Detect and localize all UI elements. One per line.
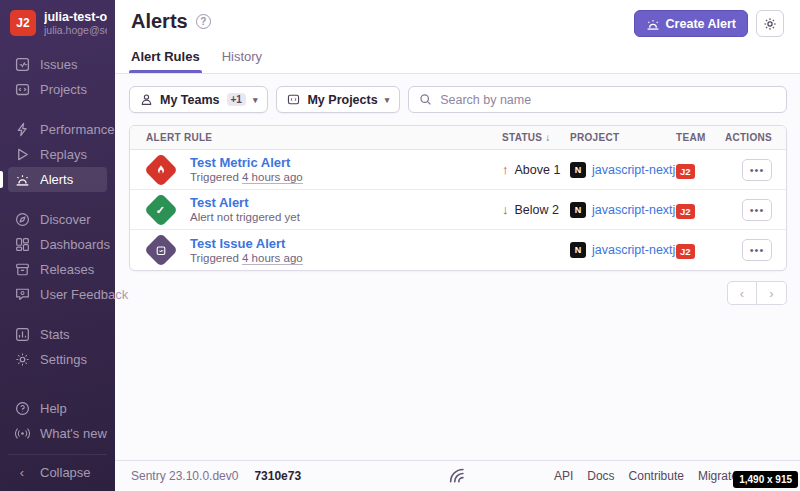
column-status[interactable]: Status↓ [502, 132, 570, 143]
nextjs-platform-icon: N [570, 242, 586, 258]
team-badge: J2 [676, 164, 695, 179]
sidebar-item-label: Help [40, 401, 67, 416]
filter-bar: My Teams +1 ▾ My Projects ▾ [129, 86, 787, 113]
project-link[interactable]: javascript-nextjs [592, 203, 682, 217]
page-header: Alerts ? Create Alert Alert Rules Histor… [115, 0, 800, 74]
footer: Sentry 23.10.0.dev0 7310e73 API Docs Con… [115, 460, 800, 491]
pagination: ‹ › [129, 281, 787, 305]
releases-icon [14, 262, 30, 277]
sidebar-item-label: Issues [40, 57, 78, 72]
org-avatar: J2 [10, 10, 36, 36]
alert-rule-link[interactable]: Test Issue Alert [190, 236, 303, 251]
tab-alert-rules[interactable]: Alert Rules [131, 49, 200, 73]
team-cell: J2 [676, 201, 720, 219]
help-question-icon[interactable]: ? [196, 14, 211, 29]
project-cell: N javascript-nextjs [570, 202, 676, 218]
chevron-down-icon: ▾ [253, 95, 258, 105]
build-sha[interactable]: 7310e73 [254, 469, 301, 483]
table-row: Test Metric Alert Triggered 4 hours ago … [130, 150, 786, 190]
actions-button[interactable]: ••• [742, 199, 772, 221]
sort-descending-icon: ↓ [545, 132, 550, 143]
actions-button[interactable]: ••• [742, 239, 772, 261]
time-ago-link[interactable]: 4 hours ago [242, 171, 303, 184]
main-content: Alerts ? Create Alert Alert Rules Histor… [115, 0, 800, 491]
sidebar-item-dashboards[interactable]: Dashboards [8, 232, 107, 257]
discover-icon [14, 212, 30, 227]
ellipsis-icon: ••• [750, 244, 765, 256]
my-teams-filter[interactable]: My Teams +1 ▾ [129, 86, 268, 113]
search-icon [419, 93, 432, 106]
whats-new-icon [14, 426, 30, 441]
arrow-up-icon: ↑ [502, 162, 509, 177]
sidebar-nav: Issues Projects Performance Replays Aler… [0, 46, 115, 372]
app-window: J2 julia-test-org-2 … julia.hoge@sentry.… [0, 0, 800, 491]
sidebar-item-label: Releases [40, 262, 94, 277]
sidebar-item-releases[interactable]: Releases [8, 257, 107, 282]
sidebar-item-settings[interactable]: Settings [8, 347, 107, 372]
sidebar-item-issues[interactable]: Issues [8, 52, 107, 77]
teams-count-badge: +1 [227, 93, 246, 106]
collapse-label: Collapse [40, 465, 91, 480]
replays-icon [14, 147, 30, 162]
collapse-chevron-icon: ‹ [14, 465, 30, 480]
alert-rule-link[interactable]: Test Metric Alert [190, 155, 303, 170]
status-value: Below 2 [515, 203, 559, 217]
status-value: Above 1 [515, 163, 561, 177]
ellipsis-icon: ••• [750, 204, 765, 216]
alert-rule-link[interactable]: Test Alert [190, 195, 300, 210]
sidebar-item-replays[interactable]: Replays [8, 142, 107, 167]
sidebar-item-projects[interactable]: Projects [8, 77, 107, 102]
search-input[interactable] [440, 93, 776, 107]
footer-link-api[interactable]: API [554, 469, 573, 483]
alert-rule-subtext: Triggered 4 hours ago [190, 170, 303, 184]
sidebar-item-help[interactable]: Help [8, 396, 107, 421]
footer-link-contribute[interactable]: Contribute [629, 469, 684, 483]
search-bar [408, 86, 787, 113]
create-alert-button[interactable]: Create Alert [634, 10, 748, 37]
project-link[interactable]: javascript-nextjs [592, 163, 682, 177]
actions-button[interactable]: ••• [742, 159, 772, 181]
gear-icon [763, 17, 777, 31]
org-email: julia.hoge@sentry.io [44, 24, 107, 36]
alert-rule-subtext: Alert not triggered yet [190, 210, 300, 224]
issue-alert-icon [144, 233, 178, 267]
team-cell: J2 [676, 241, 720, 259]
tab-history[interactable]: History [222, 49, 262, 73]
previous-page-button[interactable]: ‹ [727, 281, 757, 305]
sidebar-bottom: Help What's new ‹ Collapse [0, 396, 115, 491]
projects-icon [14, 82, 30, 97]
sidebar-item-discover[interactable]: Discover [8, 207, 107, 232]
time-ago-link[interactable]: 4 hours ago [242, 252, 303, 265]
sidebar-item-label: Discover [40, 212, 91, 227]
sentry-logo[interactable] [448, 467, 468, 485]
sidebar-item-whats-new[interactable]: What's new [8, 421, 107, 446]
sidebar-item-alerts[interactable]: Alerts [8, 167, 107, 192]
footer-link-docs[interactable]: Docs [587, 469, 614, 483]
org-name: julia-test-org-2 … [44, 10, 107, 24]
sidebar-item-performance[interactable]: Performance [8, 117, 107, 142]
column-team: Team [676, 132, 720, 143]
tab-bar: Alert Rules History [131, 49, 784, 73]
org-switcher[interactable]: J2 julia-test-org-2 … julia.hoge@sentry.… [0, 0, 115, 46]
my-projects-label: My Projects [307, 93, 377, 107]
settings-gear-icon [14, 352, 30, 367]
sidebar-item-user-feedback[interactable]: User Feedback [8, 282, 107, 307]
sidebar-item-stats[interactable]: Stats [8, 322, 107, 347]
user-icon [140, 93, 153, 106]
alert-rules-table: Alert Rule Status↓ Project Team Actions … [129, 125, 787, 271]
stats-icon [14, 327, 30, 342]
sidebar-collapse-button[interactable]: ‹ Collapse [8, 460, 107, 485]
check-icon: ✓ [156, 203, 165, 216]
next-page-button[interactable]: › [757, 281, 787, 305]
project-icon [287, 93, 300, 106]
my-projects-filter[interactable]: My Projects ▾ [276, 86, 400, 113]
sidebar-item-label: Stats [40, 327, 70, 342]
sidebar: J2 julia-test-org-2 … julia.hoge@sentry.… [0, 0, 115, 491]
sidebar-item-label: Projects [40, 82, 87, 97]
chevron-down-icon: ▾ [385, 95, 390, 105]
sidebar-item-label: Settings [40, 352, 87, 367]
alerts-settings-button[interactable] [756, 10, 784, 37]
column-actions: Actions [720, 132, 772, 143]
project-link[interactable]: javascript-nextjs [592, 243, 682, 257]
status-cell: ↓ Below 2 [502, 202, 570, 217]
